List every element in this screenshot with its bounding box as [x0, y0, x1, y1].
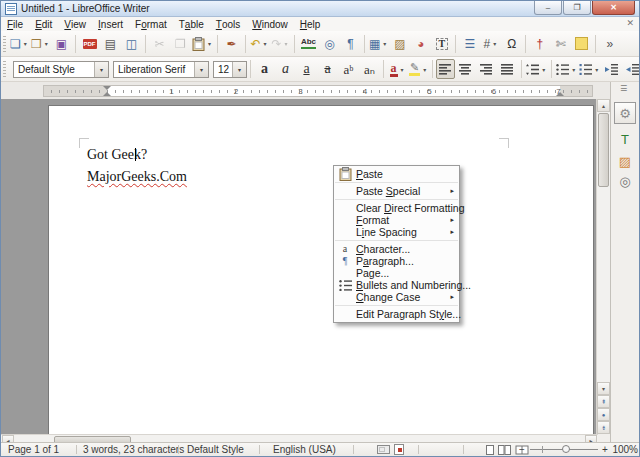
- clone-formatting-button[interactable]: ✒: [221, 34, 242, 54]
- align-right-button[interactable]: [476, 59, 497, 79]
- italic-button[interactable]: a: [275, 59, 296, 79]
- menu-table[interactable]: Table: [173, 17, 210, 31]
- insert-special-character-button[interactable]: Ω: [501, 34, 522, 54]
- zoom-percent[interactable]: 100%: [611, 443, 638, 456]
- dropdown-arrow-icon[interactable]: ▾: [540, 66, 547, 73]
- menu-help[interactable]: Help: [294, 17, 327, 31]
- context-menu-item-paste-special[interactable]: Paste Special▸: [334, 185, 459, 197]
- dropdown-arrow-icon[interactable]: ▾: [262, 40, 269, 47]
- text-language[interactable]: English (USA): [273, 443, 336, 456]
- context-menu-item-paragraph[interactable]: ¶Paragraph...: [334, 255, 459, 267]
- dropdown-arrow-icon[interactable]: ▾: [491, 40, 498, 47]
- zoom-out-button[interactable]: −: [519, 443, 525, 456]
- superscript-button[interactable]: aᵇ: [338, 59, 359, 79]
- first-line-indent-marker[interactable]: [103, 86, 111, 90]
- context-menu-item-change-case[interactable]: Change Case▸: [334, 291, 459, 303]
- font-color-button[interactable]: a▾: [387, 59, 408, 79]
- underline-button[interactable]: a: [296, 59, 317, 79]
- insert-image-button[interactable]: ▨: [389, 34, 410, 54]
- word-count[interactable]: 3 words, 23 characters: [83, 443, 184, 456]
- single-page-view-icon[interactable]: [486, 445, 494, 455]
- vertical-scrollbar[interactable]: ▴ ▾ ⇞ ● ⇟: [596, 99, 610, 434]
- print-button[interactable]: ▤: [100, 34, 121, 54]
- context-menu-item-page[interactable]: Page...: [334, 267, 459, 279]
- dropdown-arrow-icon[interactable]: ▾: [22, 40, 29, 47]
- insert-text-box-button[interactable]: T: [431, 34, 452, 54]
- navigate-by-button[interactable]: ●: [597, 408, 610, 421]
- dropdown-arrow-icon[interactable]: ▾: [399, 66, 406, 73]
- open-button[interactable]: ❒▾: [30, 34, 51, 54]
- insert-field-button[interactable]: #▾: [480, 34, 501, 54]
- insert-chart-button[interactable]: ◕: [410, 34, 431, 54]
- insert-table-button[interactable]: ▦▾: [368, 34, 389, 54]
- bold-button[interactable]: a: [254, 59, 275, 79]
- chevron-down-icon[interactable]: ▾: [194, 62, 208, 77]
- dropdown-arrow-icon[interactable]: ▾: [593, 66, 600, 73]
- context-menu-item-line-spacing[interactable]: Line Spacing▸: [334, 226, 459, 238]
- context-menu-item-format[interactable]: Format▸: [334, 214, 459, 226]
- align-center-button[interactable]: [455, 59, 476, 79]
- chevron-down-icon[interactable]: ▾: [94, 62, 108, 77]
- insert-page-break-button[interactable]: ☰: [459, 34, 480, 54]
- dropdown-arrow-icon[interactable]: ▾: [283, 40, 290, 47]
- dropdown-arrow-icon[interactable]: ▾: [421, 66, 428, 73]
- selection-mode-icon[interactable]: [377, 445, 390, 454]
- new-document-button[interactable]: ❏▾: [9, 34, 30, 54]
- close-button[interactable]: ✕: [592, 1, 635, 15]
- sidebar-tab-styles[interactable]: T: [614, 128, 636, 150]
- insert-cross-reference-button[interactable]: ✄: [550, 34, 571, 54]
- paragraph-style-combo[interactable]: Default Style ▾: [13, 61, 109, 78]
- spelling-button[interactable]: Abc: [298, 34, 319, 54]
- scroll-up-button[interactable]: ▴: [597, 99, 610, 112]
- highlighting-button[interactable]: ✎▾: [408, 59, 429, 79]
- dropdown-arrow-icon[interactable]: ▾: [43, 40, 50, 47]
- numbered-list-button[interactable]: ▾: [578, 59, 601, 79]
- toolbar-grip[interactable]: [3, 61, 6, 77]
- document-modified-icon[interactable]: [394, 444, 404, 455]
- dropdown-arrow-icon[interactable]: ▾: [206, 40, 213, 47]
- print-preview-button[interactable]: ◫: [121, 34, 142, 54]
- strikethrough-button[interactable]: a: [317, 59, 338, 79]
- sidebar-settings-icon[interactable]: ☰: [620, 85, 627, 93]
- font-name-combo[interactable]: Liberation Serif ▾: [113, 61, 209, 78]
- vertical-scrollbar-thumb[interactable]: [598, 113, 609, 187]
- line-spacing-button[interactable]: ▾: [525, 59, 548, 79]
- bullets-list-button[interactable]: ▾: [555, 59, 578, 79]
- copy-button[interactable]: ❐: [170, 34, 191, 54]
- scroll-down-button[interactable]: ▾: [597, 382, 610, 395]
- paste-button[interactable]: ▾: [191, 34, 214, 54]
- menu-format[interactable]: Format: [129, 17, 173, 31]
- zoom-slider-thumb[interactable]: [562, 445, 570, 453]
- redo-button[interactable]: ↷▾: [270, 34, 291, 54]
- decrease-indent-button[interactable]: [622, 59, 639, 79]
- menu-file[interactable]: File: [1, 17, 29, 31]
- menu-insert[interactable]: Insert: [92, 17, 129, 31]
- restore-button[interactable]: ❐: [563, 1, 591, 15]
- insert-comment-button[interactable]: [571, 34, 592, 54]
- minimize-button[interactable]: –: [534, 1, 562, 15]
- context-menu-item-paste[interactable]: Paste: [334, 168, 459, 180]
- left-indent-marker[interactable]: [103, 92, 111, 96]
- menu-view[interactable]: View: [58, 17, 92, 31]
- sidebar-tab-properties[interactable]: ⚙: [614, 102, 636, 124]
- justify-button[interactable]: [497, 59, 518, 79]
- next-page-button[interactable]: ⇟: [597, 421, 610, 434]
- sidebar-tab-navigator[interactable]: ◎: [614, 170, 636, 192]
- find-replace-button[interactable]: ◎: [319, 34, 340, 54]
- cut-button[interactable]: ✂: [149, 34, 170, 54]
- menu-edit[interactable]: Edit: [29, 17, 58, 31]
- align-left-button[interactable]: [436, 59, 455, 79]
- export-pdf-button[interactable]: PDF: [79, 34, 100, 54]
- subscript-button[interactable]: aₙ: [359, 59, 380, 79]
- chevron-down-icon[interactable]: ▾: [232, 62, 246, 77]
- menu-tools[interactable]: Tools: [210, 17, 246, 31]
- formatting-marks-button[interactable]: ¶: [340, 34, 361, 54]
- context-menu-item-clear-direct-formatting[interactable]: Clear Direct Formatting: [334, 202, 459, 214]
- context-menu-item-bullets-and-numbering[interactable]: Bullets and Numbering...: [334, 279, 459, 291]
- page-count[interactable]: Page 1 of 1: [8, 443, 59, 456]
- toolbar-grip[interactable]: [3, 36, 6, 52]
- sidebar-tab-gallery[interactable]: ▨: [614, 150, 636, 172]
- zoom-in-button[interactable]: +: [602, 443, 608, 456]
- increase-indent-button[interactable]: [601, 59, 622, 79]
- close-document-icon[interactable]: ✕: [626, 19, 634, 28]
